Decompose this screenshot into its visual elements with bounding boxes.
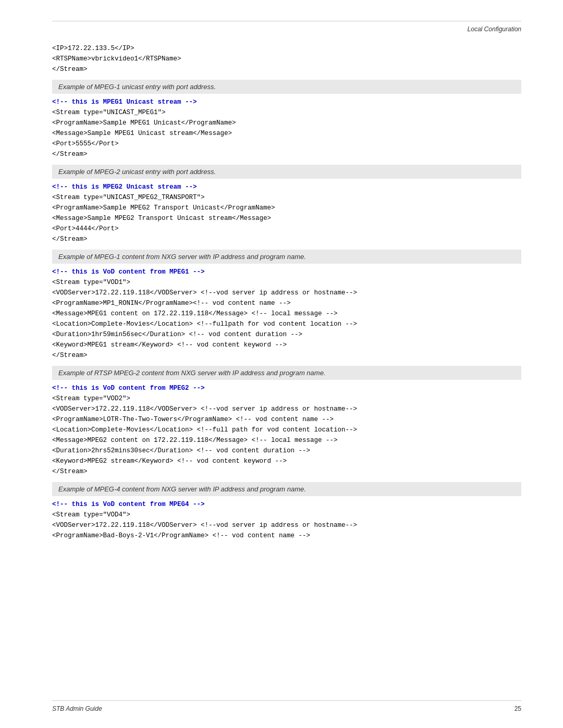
example4-label: Example of RTSP MPEG-2 content from NXG … [52,366,521,380]
code-line: <Stream type="VOD2"> [52,393,521,404]
code-line: <ProgramName>Sample MPEG1 Unicast</Progr… [52,118,521,128]
page-container: Local Configuration <IP>172.22.133.5</IP… [0,0,563,728]
code-line: <VODServer>172.22.119.118</VODServer> <!… [52,404,521,414]
example4-section: Example of RTSP MPEG-2 content from NXG … [52,366,521,477]
header-line [52,21,521,21]
code-line: <Keyword>MPEG1 stream</Keyword> <!-- vod… [52,340,521,350]
code-line: <Port>4444</Port> [52,224,521,234]
code-line: <Duration>1hr59min56sec</Duration> <!-- … [52,329,521,340]
example5-section: Example of MPEG-4 content from NXG serve… [52,482,521,541]
code-line: <ProgramName>MP1_RONIN</ProgramName><!--… [52,298,521,309]
code-line: </Stream> [52,234,521,244]
footer-page-number: 25 [515,705,521,712]
example1-section: Example of MPEG-1 unicast entry with por… [52,80,521,159]
code-line: <VODServer>172.22.119.118</VODServer> <!… [52,520,521,530]
code-line: <Stream type="UNICAST_MPEG2_TRANSPORT"> [52,192,521,203]
code-line: <Message>Sample MPEG1 Unicast stream</Me… [52,128,521,139]
code-line: <Message>MPEG1 content on 172.22.119.118… [52,309,521,319]
example3-section: Example of MPEG-1 content from NXG serve… [52,250,521,361]
code-line: </Stream> [52,466,521,477]
intro-code-section: <IP>172.22.133.5</IP> <RTSPName>vbrickvi… [52,43,521,75]
example1-code: <!-- this is MPEG1 Unicast stream --> <S… [52,97,521,159]
example2-label: Example of MPEG-2 unicast entry with por… [52,165,521,179]
code-line: <Location>Complete-Movies</Location> <!-… [52,319,521,329]
code-line: </Stream> [52,350,521,361]
code-line: <Message>MPEG2 content on 172.22.119.118… [52,435,521,446]
example1-label: Example of MPEG-1 unicast entry with por… [52,80,521,94]
code-line: <RTSPName>vbrickvideo1</RTSPName> [52,54,521,64]
code-line: </Stream> [52,149,521,159]
code-line: <Message>Sample MPEG2 Transport Unicast … [52,213,521,224]
content-area: <IP>172.22.133.5</IP> <RTSPName>vbrickvi… [52,43,521,541]
code-line: <ProgramName>LOTR-The-Two-Towers</Progra… [52,414,521,425]
code-comment: <!-- this is MPEG1 Unicast stream --> [52,97,521,107]
code-line: <Stream type="VOD1"> [52,277,521,288]
intro-code: <IP>172.22.133.5</IP> <RTSPName>vbrickvi… [52,43,521,75]
example5-label: Example of MPEG-4 content from NXG serve… [52,482,521,496]
code-line: <IP>172.22.133.5</IP> [52,43,521,54]
example3-label: Example of MPEG-1 content from NXG serve… [52,250,521,264]
example4-code: <!-- this is VoD content from MPEG2 --> … [52,383,521,477]
example2-code: <!-- this is MPEG2 Unicast stream --> <S… [52,182,521,244]
example5-code: <!-- this is VoD content from MPEG4 --> … [52,499,521,541]
code-comment: <!-- this is VoD content from MPEG4 --> [52,499,521,510]
code-line: <VODServer>172.22.119.118</VODServer> <!… [52,288,521,298]
example3-code: <!-- this is VoD content from MPEG1 --> … [52,267,521,361]
code-line: <ProgramName>Sample MPEG2 Transport Unic… [52,203,521,213]
code-comment: <!-- this is VoD content from MPEG1 --> [52,267,521,277]
code-line: <Port>5555</Port> [52,139,521,149]
code-line: <ProgramName>Bad-Boys-2-V1</ProgramName>… [52,530,521,541]
code-line: <Duration>2hrs52mins30sec</Duration> <!-… [52,446,521,456]
code-comment: <!-- this is MPEG2 Unicast stream --> [52,182,521,192]
example2-section: Example of MPEG-2 unicast entry with por… [52,165,521,244]
header-title: Local Configuration [52,26,521,33]
footer-guide-name: STB Admin Guide [52,705,102,712]
code-comment: <!-- this is VoD content from MPEG2 --> [52,383,521,393]
code-line: <Stream type="VOD4"> [52,510,521,520]
code-line: </Stream> [52,64,521,75]
code-line: <Location>Complete-Movies</Location> <!-… [52,425,521,435]
code-line: <Stream type="UNICAST_MPEG1"> [52,107,521,118]
code-line: <Keyword>MPEG2 stream</Keyword> <!-- vod… [52,456,521,466]
page-footer: STB Admin Guide 25 [52,700,521,712]
